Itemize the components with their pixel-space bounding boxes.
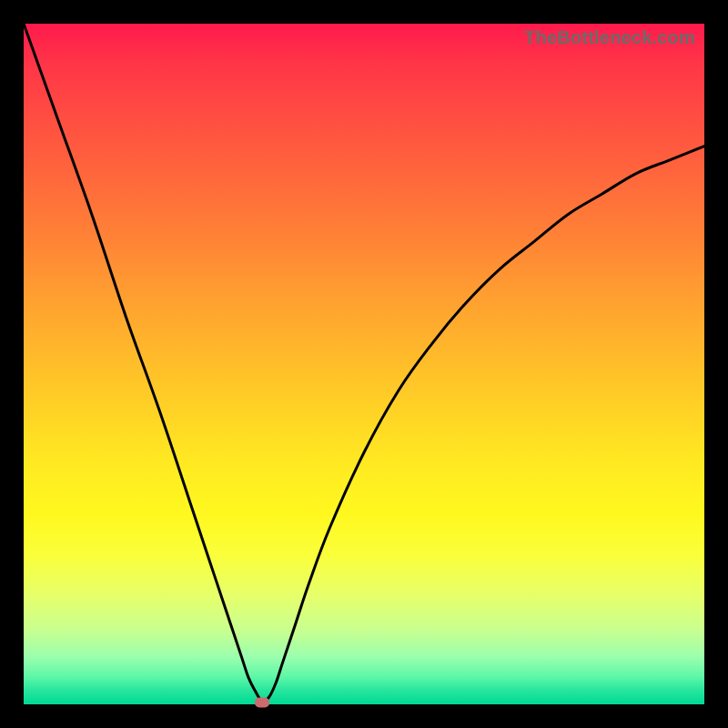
plot-area: TheBottleneck.com bbox=[24, 24, 704, 704]
optimal-point-marker bbox=[255, 697, 269, 707]
chart-frame: TheBottleneck.com bbox=[0, 0, 728, 728]
bottleneck-curve bbox=[24, 24, 704, 704]
